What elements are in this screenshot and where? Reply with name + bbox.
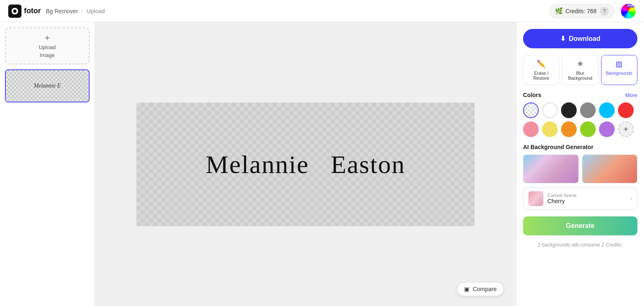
fotor-logo-text: fotor [24,7,41,15]
right-panel: ⬇ Download ✏️ Erase /Restore ✳ BlurBackg… [516,22,644,306]
generate-button[interactable]: Generate [523,216,637,235]
leaf-icon: 🌿 [555,7,563,15]
generate-label: Generate [566,222,594,229]
current-scene-name: Cherry [547,198,577,204]
colors-section-header: Colors More [523,92,637,98]
color-swatch-lime[interactable] [580,121,596,137]
breadcrumb-root[interactable]: Bg Remover [46,8,78,14]
header-left: fotor Bg Remover › Upload [8,5,105,18]
ai-preview-1[interactable] [523,154,579,183]
color-swatch-cyan[interactable] [599,102,615,118]
canvas-signature-text: Melannie Easton [206,149,405,179]
ai-previews-row [523,154,637,183]
color-swatch-black[interactable] [561,102,577,118]
tool-backgrounds[interactable]: ▨ Backgrounds [601,55,637,85]
current-scene-left: Current Scene Cherry [528,191,577,206]
credits-help-icon[interactable]: ? [600,7,609,16]
ai-background-section: AI Background Generator Current Scene Ch… [523,144,637,210]
current-scene-label: Current Scene [547,193,577,198]
tool-erase-label: Erase /Restore [533,71,549,81]
colors-grid: + [523,102,637,137]
current-scene-info: Current Scene Cherry [547,193,577,204]
main-layout: + Upload Image Melannie E Melannie Easto… [0,22,644,306]
colors-title: Colors [523,92,541,98]
thumbnail-item[interactable]: Melannie E [5,69,90,102]
breadcrumb-separator: › [81,8,83,14]
color-swatch-transparent[interactable] [523,102,539,118]
color-swatch-gray[interactable] [580,102,596,118]
sidebar: + Upload Image Melannie E [0,22,95,306]
color-swatch-pink[interactable] [523,121,539,137]
ai-preview-2[interactable] [582,154,638,183]
app-header: fotor Bg Remover › Upload 🌿 Credits: 768… [0,0,644,22]
tool-erase-restore[interactable]: ✏️ Erase /Restore [523,55,559,85]
breadcrumb: Bg Remover › Upload [46,8,105,14]
upload-label-line2: Image [40,52,54,58]
compare-label: Compare [473,286,497,292]
colors-more-link[interactable]: More [625,92,637,98]
credits-notice: 2 backgrounds will consume 2 Credits. [523,242,637,248]
fotor-logo-icon [8,5,21,18]
thumbnail-signature: Melannie E [34,83,61,89]
blur-icon: ✳ [577,59,583,69]
avatar-pro-badge: Pro+ [627,4,636,7]
credits-text: Credits: 768 [566,8,597,14]
compare-icon: ▣ [464,286,469,292]
tools-row: ✏️ Erase /Restore ✳ BlurBackground ▨ Bac… [523,55,637,85]
upload-plus-icon: + [45,33,50,43]
current-scene-row[interactable]: Current Scene Cherry › [523,187,637,210]
upload-label-line1: Upload [39,44,56,50]
color-swatch-orange[interactable] [561,121,577,137]
color-swatch-add[interactable]: + [618,121,634,137]
colors-section: Colors More + [523,92,637,137]
color-swatch-white[interactable] [542,102,558,118]
download-button[interactable]: ⬇ Download [523,29,637,48]
credits-badge: 🌿 Credits: 768 ? [549,4,614,18]
canvas-area: Melannie Easton ▣ Compare [95,22,516,306]
tool-backgrounds-label: Backgrounds [606,71,632,76]
fotor-logo[interactable]: fotor [8,5,41,18]
thumbnail-checker: Melannie E [6,70,89,102]
color-swatch-purple[interactable] [599,121,615,137]
color-swatch-yellow[interactable] [542,121,558,137]
svg-point-1 [13,9,17,13]
erase-icon: ✏️ [537,59,546,69]
color-swatch-red[interactable] [618,102,634,118]
ai-section-title: AI Background Generator [523,144,637,150]
tool-blur-background[interactable]: ✳ BlurBackground [562,55,598,85]
avatar[interactable]: Pro+ [621,4,636,19]
tool-blur-label: BlurBackground [568,71,592,81]
compare-button[interactable]: ▣ Compare [457,282,504,296]
current-scene-thumbnail [528,191,543,206]
backgrounds-icon: ▨ [616,59,623,69]
chevron-right-icon: › [630,195,632,202]
breadcrumb-current: Upload [86,8,104,14]
download-icon: ⬇ [560,35,566,43]
download-label: Download [569,35,600,43]
header-right: 🌿 Credits: 768 ? Pro+ [549,4,636,19]
upload-image-button[interactable]: + Upload Image [5,27,90,64]
canvas-container: Melannie Easton [136,102,475,226]
